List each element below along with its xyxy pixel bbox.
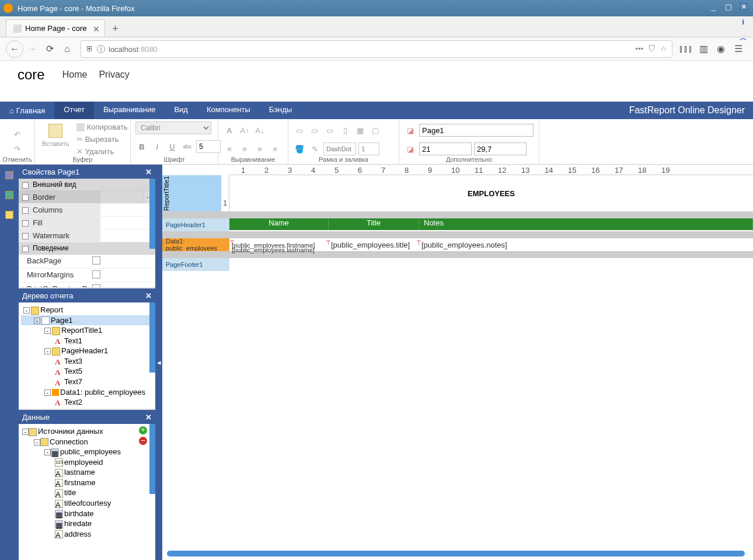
tool-object[interactable] [4, 189, 15, 201]
border-bottom-button[interactable]: ▭ [308, 124, 321, 137]
band-label-pageheader[interactable]: PageHeader1 [162, 218, 229, 231]
close-tree-icon[interactable]: ✕ [145, 291, 152, 300]
border-left-button[interactable]: ▭ [323, 124, 336, 137]
align-left-button[interactable]: ≡ [223, 142, 236, 155]
minimize-button[interactable]: _ [707, 2, 719, 14]
y-input[interactable] [474, 142, 527, 155]
band-label-reporttitle[interactable]: ReportTitle1 [162, 175, 170, 211]
report-title-area[interactable]: EMPLOYEES [229, 175, 753, 211]
prop-row[interactable]: Columns [19, 204, 155, 217]
close-data-icon[interactable]: ✕ [145, 413, 152, 422]
data-node[interactable]: Afirstname [21, 478, 153, 488]
sidebar-icon[interactable]: ▥ [695, 40, 712, 58]
line-color-button[interactable]: ✎ [308, 142, 321, 155]
data-node[interactable]: Atitleofcourtesy [21, 498, 153, 509]
align-center-button[interactable]: ≡ [238, 142, 251, 155]
data-node[interactable]: -▦public_employees [21, 447, 153, 457]
tree-scrollbar[interactable] [149, 302, 155, 373]
prop-row[interactable]: BackPage [19, 255, 155, 269]
prop-category-behavior[interactable]: Поведение [19, 242, 155, 255]
prop-category-appearance[interactable]: Внешний вид [19, 179, 155, 191]
bookmark-icon[interactable]: ☆ [660, 44, 667, 53]
tree-node[interactable]: -Data1: public_employees [21, 387, 153, 397]
ribbon-tab-report[interactable]: Отчет [54, 102, 94, 119]
underline-button[interactable]: U [166, 140, 179, 153]
data-node[interactable]: Aaddress [21, 529, 153, 540]
tree-node[interactable]: AText5 [21, 366, 153, 377]
name-input[interactable] [419, 124, 534, 137]
data-root[interactable]: -Источники данных [21, 426, 153, 437]
redo-icon[interactable]: ↷ [14, 145, 20, 154]
tree-node[interactable]: AText3 [21, 356, 153, 367]
nav-privacy[interactable]: Privacy [99, 69, 129, 80]
band-label-pagefooter[interactable]: PageFooter1 [162, 258, 229, 271]
fullscreen-icon[interactable]: ⛶ [738, 2, 748, 13]
tree-node[interactable]: AText1 [21, 336, 153, 346]
border-none-button[interactable]: ▢ [369, 124, 382, 137]
back-button[interactable]: ← [6, 40, 23, 58]
protection-icon[interactable]: ⛉ [648, 44, 656, 53]
close-props-icon[interactable]: ✕ [145, 168, 152, 176]
data-node[interactable]: Alastname [21, 467, 153, 478]
tool-table[interactable] [4, 169, 15, 181]
prop-row[interactable]: PrintOnPreviousPage [19, 283, 155, 287]
design-canvas[interactable]: 12345678910111213141516171819 ReportTitl… [162, 165, 753, 560]
library-icon[interactable]: ⫿⫿⫿ [677, 40, 695, 58]
props-scrollbar[interactable] [149, 179, 155, 249]
align-right-button[interactable]: ≡ [253, 142, 266, 155]
x-input[interactable] [419, 142, 472, 155]
tool-select[interactable] [4, 209, 15, 221]
grow-font-button[interactable]: A↑ [238, 124, 251, 137]
italic-button[interactable]: I [151, 140, 163, 153]
shrink-font-button[interactable]: A↓ [253, 124, 266, 137]
sub-button[interactable]: abc [181, 140, 194, 153]
data-node[interactable]: 123employeeid [21, 457, 153, 468]
border-right-button[interactable]: ▯ [339, 124, 351, 137]
border-all-button[interactable]: ▦ [354, 124, 367, 137]
font-family-select[interactable]: Calibri [135, 121, 211, 134]
extra-icon1[interactable]: ◪ [404, 124, 417, 137]
url-bar[interactable]: ⛨ i localhost:8080 ••• ⛉ ☆ [81, 40, 672, 58]
tree-node[interactable]: -ReportTitle1 [21, 325, 153, 336]
canvas-hscrollbar[interactable] [167, 551, 745, 556]
col-name[interactable]: Name [229, 218, 329, 230]
help-icon[interactable]: i [738, 18, 748, 28]
forward-button[interactable]: → [23, 40, 41, 58]
tree-node[interactable]: AText2 [21, 397, 153, 408]
font-color-button[interactable]: A [223, 124, 236, 137]
prop-row[interactable]: MirrorMargins [19, 269, 155, 283]
ribbon-tab-bands[interactable]: Бэнды [260, 102, 301, 119]
align-justify-button[interactable]: ≡ [269, 142, 281, 155]
tree-node[interactable]: -Page1 [21, 315, 153, 326]
line-style-select[interactable] [323, 142, 356, 155]
ribbon-tab-align[interactable]: Выравнивание [94, 102, 165, 119]
data-node[interactable]: ▦hiredate [21, 519, 153, 529]
band-label-data[interactable]: Data1: public_employees [162, 238, 229, 251]
home-button[interactable]: ⌂ [58, 40, 76, 58]
maximize-button[interactable]: ▢ [723, 2, 734, 14]
copy-button[interactable]: Копировать [75, 121, 129, 133]
new-tab-button[interactable]: + [107, 20, 124, 37]
data-scrollbar[interactable] [149, 424, 155, 494]
col-notes[interactable]: Notes [419, 218, 753, 230]
tree-node[interactable]: -PageHeader1 [21, 346, 153, 356]
border-top-button[interactable]: ▭ [293, 124, 306, 137]
reload-button[interactable]: ⟳ [41, 40, 58, 58]
prop-row[interactable]: Watermark [19, 229, 155, 242]
data-node[interactable]: ▦birthdate [21, 509, 153, 519]
remove-datasource-icon[interactable]: − [139, 437, 147, 445]
paste-button[interactable]: Вставить [40, 121, 72, 149]
info-icon[interactable]: i [97, 45, 105, 53]
collapse-ribbon-icon[interactable]: ︿ [738, 33, 748, 43]
nav-home[interactable]: Home [62, 69, 88, 80]
tree-node[interactable]: -Report [21, 305, 153, 315]
ribbon-tab-home[interactable]: ⌂Главная [0, 102, 54, 119]
ribbon-tab-view[interactable]: Вид [165, 102, 197, 119]
ribbon-tab-components[interactable]: Компоненты [197, 102, 260, 119]
account-icon[interactable]: ◉ [712, 40, 730, 58]
more-icon[interactable]: ••• [635, 44, 643, 53]
cut-button[interactable]: ✂Вырезать [75, 134, 129, 145]
prop-row[interactable]: Border... [19, 191, 155, 204]
extra-icon2[interactable]: ◪ [404, 142, 417, 155]
page-header-area[interactable]: Name Title Notes [229, 218, 753, 231]
